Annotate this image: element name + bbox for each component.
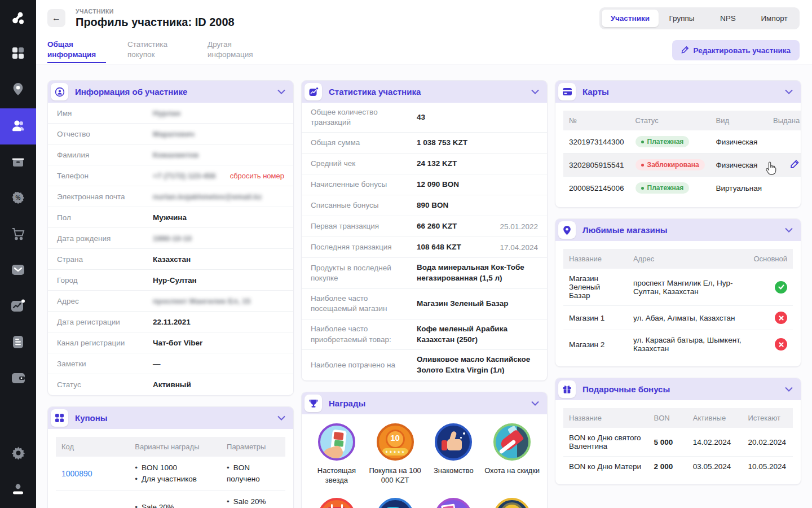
chevron-down-icon[interactable] xyxy=(531,401,539,406)
title-block: УЧАСТНИКИ Профиль участника: ID 2008 xyxy=(76,8,235,29)
phone-in-hand-badge-icon xyxy=(318,423,355,461)
store-row[interactable]: Магазин 1 ул. Абая, Алматы, Казахстан xyxy=(563,306,793,330)
masked-value: Нурлан xyxy=(153,109,180,117)
award-badge[interactable]: Настоящая звезда xyxy=(307,423,366,485)
tab-general-info[interactable]: Общая информация xyxy=(47,40,106,63)
award-badge[interactable]: Охота на скидки xyxy=(483,423,541,485)
coupons-card-title: Купоны xyxy=(75,413,108,423)
trophy-icon xyxy=(304,395,322,412)
favorite-stores-card: Любимые магазины Название Адрес Основной… xyxy=(555,218,801,367)
member-stats-card-header: Статистика участника xyxy=(302,81,547,103)
sidebar-item-documents[interactable] xyxy=(0,325,36,361)
pencil-icon xyxy=(681,46,689,55)
award-badge[interactable] xyxy=(425,498,483,508)
favorite-stores-card-title: Любимые магазины xyxy=(582,225,668,235)
cards-table: № Статус Вид Выдана 3201973144300 Платеж… xyxy=(563,111,801,199)
sidebar: % xyxy=(0,0,36,508)
card-row[interactable]: 3201973144300 Платежная Физическая xyxy=(563,130,801,154)
edit-card-pencil-icon[interactable] xyxy=(790,159,800,169)
sidebar-item-orders[interactable] xyxy=(0,144,36,181)
gift-icon xyxy=(558,380,576,398)
edit-member-button[interactable]: Редактировать участника xyxy=(672,40,800,60)
tab-purchase-stats[interactable]: Статистика покупок xyxy=(127,40,186,63)
coupon-icon xyxy=(51,409,68,427)
store-row[interactable]: Магазин Зеленый Базар проспект Мангилик … xyxy=(563,269,793,306)
status-dot-icon xyxy=(641,141,644,143)
info-row: Адреспроспект Мангилик Ел, 15 xyxy=(48,291,293,312)
photos-badge-icon xyxy=(435,498,472,508)
award-badge-label: Настоящая звезда xyxy=(307,466,366,485)
chevron-down-icon[interactable] xyxy=(277,415,285,421)
gift-bonuses-card-header: Подарочные бонусы xyxy=(555,378,801,400)
coupons-table: Код Варианты награды Параметры 1000890 B… xyxy=(56,437,285,508)
chevron-down-icon[interactable] xyxy=(531,89,539,94)
not-main-store-cross-icon[interactable] xyxy=(775,312,787,324)
coupons-card-header: Купоны xyxy=(48,407,293,429)
info-row: ПолМужчина xyxy=(48,207,293,228)
gift-bonus-row[interactable]: BON ко Дню Матери 2 000 03.05.2024 10.05… xyxy=(563,457,793,477)
coupon-row[interactable]: SVJS-2000 Sale 20%Option limit: 10 Sale … xyxy=(56,491,285,508)
tab-import[interactable]: Импорт xyxy=(751,10,797,27)
stat-row: Наиболее часто посещаемый магазинМагазин… xyxy=(302,289,547,319)
gift-bonus-row[interactable]: BON ко Дню святого Валентина 5 000 14.02… xyxy=(563,428,793,457)
column-right: Карты № Статус Вид Выдана 3201973144300 xyxy=(555,80,801,508)
award-badge[interactable] xyxy=(366,498,425,508)
info-row: ИмяНурлан xyxy=(48,103,293,124)
sidebar-item-wallet[interactable] xyxy=(0,361,36,397)
coupon-row[interactable]: 1000890 BON 1000Для участников BON получ… xyxy=(56,457,285,491)
coupon-code-link[interactable]: 1000890 xyxy=(61,469,92,478)
store-row[interactable]: Магазин 2 ул. Карасай батыра, Шымкент, К… xyxy=(563,330,793,359)
back-button[interactable]: ← xyxy=(47,9,65,27)
stat-row: Начисленные бонусы12 090 BON xyxy=(302,174,547,195)
sidebar-item-analytics[interactable] xyxy=(0,289,36,325)
gift-bonuses-table: Название BON Активные Истекают BON ко Дн… xyxy=(563,408,793,476)
award-badge[interactable] xyxy=(483,498,541,508)
stat-row: Списанные бонусы890 BON xyxy=(302,195,547,216)
sidebar-item-settings[interactable] xyxy=(0,436,36,472)
card-row-hovered[interactable]: 3202805915541 Заблокирована Физическая xyxy=(563,154,801,177)
info-row: Электронная почтаnurlan.kojakhmetov@emai… xyxy=(48,186,293,207)
reset-phone-link[interactable]: сбросить номер xyxy=(230,172,284,180)
sidebar-item-messages[interactable] xyxy=(0,253,36,289)
tab-groups[interactable]: Группы xyxy=(659,10,705,27)
status-badge: Заблокирована xyxy=(636,159,705,170)
sidebar-item-locations[interactable] xyxy=(0,72,36,108)
chevron-down-icon[interactable] xyxy=(785,387,793,392)
chevron-down-icon[interactable] xyxy=(785,89,793,94)
sidebar-item-members[interactable] xyxy=(0,108,36,144)
award-badge[interactable]: 10 ★★★★★ Покупка на 100 000 KZT xyxy=(366,423,425,485)
discount-percent-icon: % xyxy=(12,191,24,206)
info-row: СтатусАктивный xyxy=(48,374,293,395)
sidebar-item-cart[interactable] xyxy=(0,217,36,253)
info-row: Заметки— xyxy=(48,353,293,374)
award-badge[interactable]: Знакомство xyxy=(425,423,483,485)
member-info-card: Информация об участнике ИмяНурлан Отчест… xyxy=(47,80,294,396)
tab-nps[interactable]: NPS xyxy=(705,10,751,27)
breadcrumb: УЧАСТНИКИ xyxy=(76,8,235,15)
page-title: Профиль участника: ID 2008 xyxy=(76,16,235,29)
sidebar-item-dashboard[interactable] xyxy=(0,36,36,72)
status-dot-icon xyxy=(641,187,644,190)
not-main-store-cross-icon[interactable] xyxy=(775,338,787,351)
analytics-chart-icon xyxy=(11,299,25,315)
tab-other-info[interactable]: Другая информация xyxy=(208,40,266,63)
card-row[interactable]: 2000852145006 Платежная Виртуальная xyxy=(563,177,801,200)
tab-members[interactable]: Участники xyxy=(602,10,659,27)
info-row-phone: Телефон+7 (7172) 123-456сбросить номер xyxy=(48,165,293,186)
sidebar-item-profile[interactable] xyxy=(0,472,36,508)
chevron-down-icon[interactable] xyxy=(277,89,285,94)
masked-value: nurlan.kojakhmetov@email.kz xyxy=(153,192,262,201)
dashboard-grid-icon xyxy=(12,47,24,62)
cart-icon xyxy=(11,227,25,243)
sidebar-item-discounts[interactable]: % xyxy=(0,181,36,217)
main-store-check-icon[interactable] xyxy=(775,281,787,294)
cards-card-title: Карты xyxy=(582,87,609,97)
award-badge-label: Знакомство xyxy=(434,466,474,476)
award-badge[interactable]: STREAK 100 xyxy=(307,498,366,508)
chevron-down-icon[interactable] xyxy=(785,227,793,233)
stat-date: 25.01.2022 xyxy=(500,222,538,231)
stat-row: Первая транзакция66 260 KZT25.01.2022 xyxy=(302,216,547,237)
award-badge-label: Охота на скидки xyxy=(484,466,540,476)
member-info-card-title: Информация об участнике xyxy=(75,87,187,97)
column-left: Информация об участнике ИмяНурлан Отчест… xyxy=(47,80,294,508)
